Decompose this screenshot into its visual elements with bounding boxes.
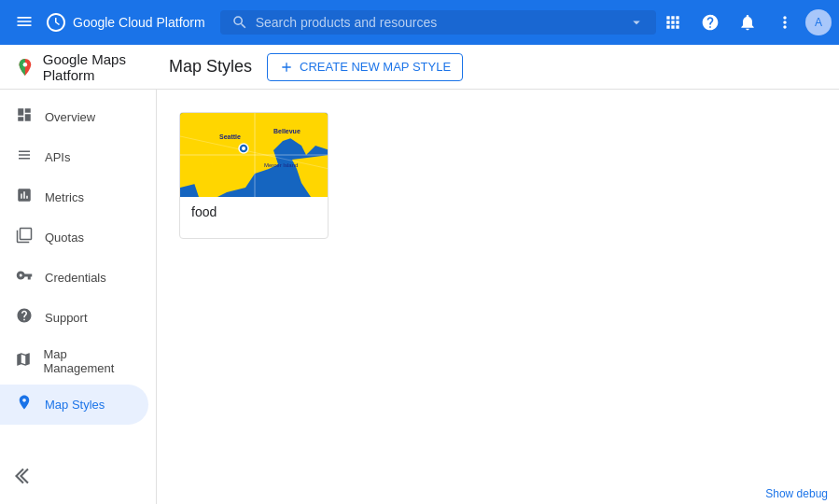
- sub-header-logo: Google Maps Platform: [15, 51, 169, 83]
- maps-platform-title: Google Maps Platform: [43, 51, 169, 83]
- search-box[interactable]: [220, 10, 656, 35]
- page-title: Map Styles: [169, 57, 252, 77]
- map-style-card[interactable]: Seattle Bellevue Mercer Island food: [179, 112, 329, 239]
- apis-icon: [15, 147, 34, 168]
- map-thumbnail-svg: Seattle Bellevue Mercer Island: [180, 113, 329, 197]
- sidebar-item-credentials[interactable]: Credentials: [0, 258, 148, 298]
- svg-text:Mercer Island: Mercer Island: [264, 162, 298, 168]
- map-style-label: food: [180, 197, 328, 238]
- quotas-icon: [15, 227, 34, 248]
- create-map-style-button[interactable]: CREATE NEW MAP STYLE: [267, 53, 463, 81]
- svg-point-13: [242, 147, 245, 150]
- sidebar-item-overview[interactable]: Overview: [0, 97, 148, 137]
- top-bar-actions: A: [656, 6, 832, 39]
- map-thumbnail: Seattle Bellevue Mercer Island: [180, 113, 329, 197]
- notifications-icon-btn[interactable]: [731, 6, 764, 39]
- help-icon-btn[interactable]: [693, 6, 727, 39]
- search-input[interactable]: [256, 15, 621, 30]
- main-layout: Overview APIs Metrics Quotas: [0, 90, 839, 504]
- sidebar-item-map-styles[interactable]: Map Styles: [0, 385, 148, 425]
- main-content: Seattle Bellevue Mercer Island food: [157, 90, 839, 504]
- apps-icon-btn[interactable]: [656, 6, 690, 39]
- sidebar-item-metrics[interactable]: Metrics: [0, 177, 148, 217]
- support-icon: [15, 307, 34, 329]
- overview-icon: [15, 106, 34, 128]
- svg-text:Seattle: Seattle: [219, 133, 241, 140]
- sidebar-label-quotas: Quotas: [45, 231, 84, 245]
- credentials-icon: [15, 267, 34, 288]
- search-dropdown-icon[interactable]: [628, 14, 645, 31]
- sidebar-label-metrics: Metrics: [45, 190, 84, 204]
- cloud-logo-icon: [45, 11, 67, 34]
- sidebar-item-apis[interactable]: APIs: [0, 137, 148, 177]
- sidebar-item-support[interactable]: Support: [0, 298, 148, 338]
- menu-icon[interactable]: [7, 5, 41, 41]
- sidebar-label-map-management: Map Management: [43, 347, 133, 375]
- add-icon: [279, 60, 294, 75]
- sidebar-item-map-management[interactable]: Map Management: [0, 338, 148, 385]
- svg-point-0: [23, 63, 28, 67]
- sidebar-item-quotas[interactable]: Quotas: [0, 217, 148, 258]
- maps-logo-icon: [15, 56, 35, 78]
- svg-text:Bellevue: Bellevue: [273, 128, 301, 134]
- gcp-title: Google Cloud Platform: [73, 15, 205, 30]
- sub-header: Google Maps Platform Map Styles CREATE N…: [0, 45, 839, 90]
- sidebar-label-map-styles: Map Styles: [45, 398, 105, 412]
- sub-header-content: Map Styles CREATE NEW MAP STYLE: [169, 53, 824, 81]
- map-management-icon: [15, 351, 32, 372]
- app-title: Google Cloud Platform: [45, 11, 205, 34]
- sidebar-label-apis: APIs: [45, 150, 70, 164]
- metrics-icon: [15, 187, 34, 208]
- map-styles-icon: [15, 394, 34, 415]
- sidebar-label-support: Support: [45, 311, 88, 325]
- sidebar: Overview APIs Metrics Quotas: [0, 90, 157, 504]
- more-icon-btn[interactable]: [768, 6, 802, 39]
- top-bar: Google Cloud Platform A: [0, 0, 839, 45]
- sidebar-items: Overview APIs Metrics Quotas: [0, 97, 156, 425]
- debug-bar[interactable]: Show debug: [754, 483, 839, 504]
- sidebar-label-overview: Overview: [45, 110, 95, 124]
- sidebar-collapse-button[interactable]: [0, 455, 156, 497]
- sidebar-label-credentials: Credentials: [45, 271, 106, 285]
- search-icon: [231, 14, 248, 31]
- avatar[interactable]: A: [805, 9, 832, 35]
